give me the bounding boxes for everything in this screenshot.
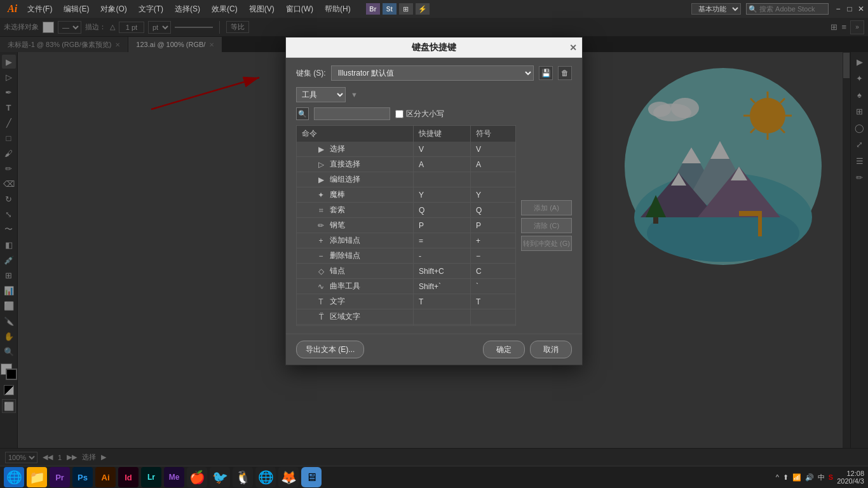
table-row[interactable]: ▷ 直接选择 A A [297, 157, 515, 172]
cmd-icon-0: ▶ [316, 144, 326, 154]
minimize-button[interactable]: − [834, 4, 843, 13]
search-icon: 🔍 [296, 107, 309, 120]
search-row: 🔍 区分大小写 [296, 107, 572, 120]
shortcut-cell-12[interactable] [414, 325, 471, 326]
taskbar-icon-browser[interactable]: 🌐 [4, 467, 24, 487]
tray-arrow[interactable]: ^ [776, 473, 779, 481]
stock-icon[interactable]: St [383, 3, 397, 15]
ok-button[interactable]: 确定 [483, 341, 525, 358]
table-row[interactable]: + 添加锚点 = + [297, 233, 515, 248]
clear-button[interactable]: 清除 (C) [521, 218, 572, 233]
taskbar-icon-app8[interactable]: 🍎 [187, 467, 207, 487]
tray-antivirus: S [829, 473, 833, 481]
menu-help[interactable]: 帮助(H) [320, 3, 356, 16]
table-row[interactable]: T 文字 T T [297, 294, 515, 309]
taskbar-icon-finder[interactable]: 🖥 [301, 467, 322, 487]
tray-ime[interactable]: 中 [818, 473, 825, 482]
menu-select[interactable]: 选择(S) [170, 3, 205, 16]
taskbar-icon-lightroom[interactable]: Lr [141, 467, 161, 487]
taskbar-icon-app9[interactable]: 🐦 [210, 467, 230, 487]
shortcut-cell-4[interactable]: Q [414, 203, 471, 217]
app-logo: Ai [3, 3, 22, 15]
taskbar-icon-qq[interactable]: 🐧 [233, 467, 253, 487]
shortcut-cell-8[interactable]: Shift+C [414, 264, 471, 278]
export-text-button[interactable]: 导出文本 (E)... [296, 341, 364, 358]
assign-button[interactable]: 添加 (A) [521, 200, 572, 215]
taskbar-icon-photoshop[interactable]: Ps [72, 467, 93, 487]
keyset-select[interactable]: Illustrator 默认值 [331, 65, 534, 81]
shortcut-cell-6[interactable]: = [414, 233, 471, 248]
menu-text[interactable]: 文字(T) [133, 3, 168, 16]
shortcut-cell-7[interactable]: - [414, 248, 471, 263]
table-row[interactable]: ∿ 曲率工具 Shift+` ` [297, 279, 515, 294]
plugin-icon[interactable]: ⚡ [416, 3, 430, 15]
taskbar-icon-illustrator[interactable]: Ai [95, 467, 116, 487]
go-to-conflict-button[interactable]: 转到冲突处 (G) [521, 236, 572, 251]
shortcut-cell-0[interactable]: V [414, 142, 471, 156]
symbol-cell-3: Y [471, 187, 515, 202]
table-container: 命令 快捷键 符号 ▶ 选择 V V ▷ 直接选择 A A [296, 125, 516, 326]
taskbar-clock: 12:08 2020/4/3 [837, 470, 864, 485]
menu-edit[interactable]: 编辑(E) [58, 3, 94, 16]
menu-window[interactable]: 窗口(W) [281, 3, 318, 16]
symbol-cell-8: C [471, 264, 515, 278]
cmd-cell-8: ◇ 锚点 [297, 264, 414, 278]
table-row[interactable]: ◇ 锚点 Shift+C C [297, 264, 515, 279]
taskbar-icon-firefox[interactable]: 🦊 [278, 467, 299, 487]
table-row[interactable]: T̈ 区域文字 [297, 309, 515, 325]
menu-items: 文件(F) 编辑(E) 对象(O) 文字(T) 选择(S) 效果(C) 视图(V… [22, 3, 356, 16]
table-row[interactable]: ✏ 钢笔 P P [297, 218, 515, 233]
clock-time: 12:08 [846, 470, 864, 477]
maximize-button[interactable]: □ [845, 4, 854, 13]
cancel-button[interactable]: 取消 [530, 341, 572, 358]
table-row[interactable]: T̲ 路径文字 [297, 325, 515, 326]
case-sensitive-checkbox[interactable] [395, 110, 403, 118]
shortcut-cell-2[interactable] [414, 172, 471, 187]
cmd-name-7: 删除锚点 [330, 250, 360, 261]
cmd-cell-0: ▶ 选择 [297, 142, 414, 156]
taskbar-icon-me[interactable]: Me [164, 467, 184, 487]
delete-keyset-button[interactable]: 🗑 [558, 66, 572, 80]
bridge-icon[interactable]: Br [366, 3, 380, 15]
shortcut-cell-1[interactable]: A [414, 157, 471, 172]
table-row[interactable]: ▶ 编组选择 [297, 172, 515, 187]
modal-title-bar: 键盘快捷键 ✕ [286, 37, 582, 58]
workspace-selector[interactable]: 基本功能 [691, 3, 741, 15]
menu-effect[interactable]: 效果(C) [207, 3, 243, 16]
table-body[interactable]: ▶ 选择 V V ▷ 直接选择 A A ▶ 编组选择 ✦ 魔棒 Y [296, 142, 516, 326]
shortcut-cell-3[interactable]: Y [414, 187, 471, 202]
shortcut-cell-5[interactable]: P [414, 218, 471, 233]
shortcut-cell-10[interactable]: T [414, 294, 471, 309]
stock-search-input[interactable] [746, 3, 829, 15]
shortcut-cell-9[interactable]: Shift+` [414, 279, 471, 294]
table-row[interactable]: ⌗ 套索 Q Q [297, 203, 515, 218]
table-row[interactable]: ▶ 选择 V V [297, 142, 515, 157]
cmd-cell-6: + 添加锚点 [297, 233, 414, 248]
menu-view[interactable]: 视图(V) [244, 3, 280, 16]
taskbar-icon-chrome[interactable]: 🌐 [255, 467, 276, 487]
taskbar-icon-premiere[interactable]: Pr [50, 467, 70, 487]
taskbar-icon-indesign[interactable]: Id [118, 467, 139, 487]
table-row[interactable]: ✦ 魔棒 Y Y [297, 187, 515, 203]
table-row[interactable]: − 删除锚点 - − [297, 248, 515, 264]
menu-file[interactable]: 文件(F) [22, 3, 57, 16]
cmd-name-5: 钢笔 [330, 220, 345, 231]
category-select[interactable]: 工具 菜单命令 面板 [296, 87, 346, 102]
menu-object[interactable]: 对象(O) [95, 3, 132, 16]
arrange-icon[interactable]: ⊞ [399, 3, 413, 15]
taskbar-system-tray: ^ ⬆ 📶 🔊 中 S 12:08 2020/4/3 [776, 470, 864, 485]
shortcut-cell-11[interactable] [414, 309, 471, 324]
taskbar-icon-files[interactable]: 📁 [27, 467, 47, 487]
table-area: 命令 快捷键 符号 ▶ 选择 V V ▷ 直接选择 A A [296, 125, 572, 326]
modal-close-button[interactable]: ✕ [569, 43, 577, 53]
cmd-icon-1: ▷ [316, 159, 326, 170]
cmd-name-2: 编组选择 [330, 174, 360, 185]
cmd-cell-5: ✏ 钢笔 [297, 218, 414, 233]
category-row: 工具 菜单命令 面板 ▼ [296, 87, 572, 102]
modal-overlay: 键盘快捷键 ✕ 键集 (S): Illustrator 默认值 💾 🗑 工具 菜… [0, 18, 868, 466]
save-keyset-button[interactable]: 💾 [539, 66, 553, 80]
cmd-icon-11: T̈ [316, 312, 326, 322]
cmd-name-9: 曲率工具 [330, 281, 360, 292]
close-button[interactable]: ✕ [857, 4, 865, 13]
search-shortcuts-input[interactable] [314, 107, 390, 120]
